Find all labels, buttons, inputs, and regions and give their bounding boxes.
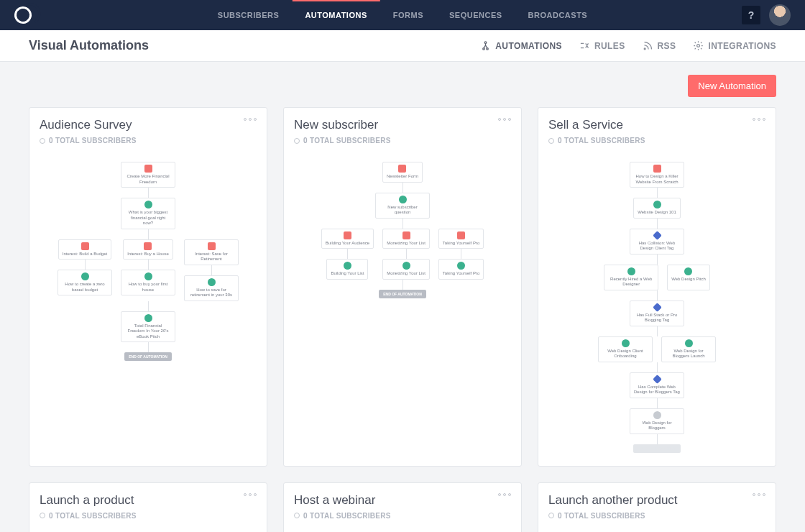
rules-icon bbox=[579, 40, 590, 51]
integrations-icon bbox=[693, 40, 704, 51]
svg-point-2 bbox=[487, 48, 489, 50]
rss-icon bbox=[643, 40, 653, 51]
card-title: Sell a Service bbox=[548, 118, 623, 132]
subnav: AUTOMATIONS RULES RSS INTEGRATIONS bbox=[480, 40, 776, 51]
svg-point-1 bbox=[483, 48, 485, 50]
card-subscribers: 0 TOTAL SUBSCRIBERS bbox=[294, 512, 511, 520]
card-preview: Newsletter Form New subscriber question … bbox=[294, 145, 511, 453]
help-button[interactable]: ? bbox=[742, 6, 760, 24]
action-bar: New Automation bbox=[0, 62, 805, 97]
subnav-label: RSS bbox=[658, 41, 676, 51]
subnav-label: RULES bbox=[594, 41, 625, 51]
automations-icon bbox=[480, 40, 491, 51]
page-title: Visual Automations bbox=[29, 38, 149, 53]
subnav-label: AUTOMATIONS bbox=[495, 41, 562, 51]
card-title: Host a webinar bbox=[294, 493, 375, 508]
avatar[interactable] bbox=[769, 4, 791, 26]
card-menu-icon[interactable] bbox=[244, 118, 257, 121]
svg-point-0 bbox=[485, 42, 487, 44]
card-subscribers: 0 TOTAL SUBSCRIBERS bbox=[40, 137, 257, 145]
nav-subscribers[interactable]: SUBSCRIBERS bbox=[205, 0, 293, 30]
automations-grid: Audience Survey 0 TOTAL SUBSCRIBERS Crea… bbox=[0, 97, 805, 532]
nav-right: ? bbox=[742, 4, 791, 26]
card-preview: How to Design a Killer Website From Scra… bbox=[548, 145, 765, 453]
new-automation-button[interactable]: New Automation bbox=[688, 75, 776, 97]
svg-point-4 bbox=[697, 45, 700, 47]
subnav-automations[interactable]: AUTOMATIONS bbox=[480, 40, 562, 51]
card-menu-icon[interactable] bbox=[498, 118, 511, 121]
card-menu-icon[interactable] bbox=[753, 493, 765, 496]
card-title: New subscriber bbox=[294, 118, 378, 132]
automation-card[interactable]: Host a webinar 0 TOTAL SUBSCRIBERS Webin… bbox=[283, 482, 522, 533]
card-menu-icon[interactable] bbox=[753, 118, 765, 121]
automation-card[interactable]: Audience Survey 0 TOTAL SUBSCRIBERS Crea… bbox=[29, 107, 267, 467]
card-menu-icon[interactable] bbox=[244, 493, 257, 496]
nav-automations[interactable]: AUTOMATIONS bbox=[292, 0, 380, 30]
automation-card[interactable]: Launch another product 0 TOTAL SUBSCRIBE… bbox=[538, 482, 776, 533]
subheader: Visual Automations AUTOMATIONS RULES RSS… bbox=[0, 30, 805, 62]
card-preview: Create More Financial Freedom What is yo… bbox=[40, 145, 257, 453]
card-preview: Interest: Appalachian Trail Webinar: How… bbox=[548, 520, 765, 533]
subnav-rss[interactable]: RSS bbox=[643, 40, 676, 51]
card-subscribers: 0 TOTAL SUBSCRIBERS bbox=[40, 512, 257, 520]
automation-card[interactable]: Sell a Service 0 TOTAL SUBSCRIBERS How t… bbox=[538, 107, 776, 467]
nav-sequences[interactable]: SEQUENCES bbox=[436, 0, 515, 30]
subnav-label: INTEGRATIONS bbox=[708, 41, 776, 51]
subnav-rules[interactable]: RULES bbox=[579, 40, 625, 51]
card-title: Launch a product bbox=[40, 493, 134, 508]
subnav-integrations[interactable]: INTEGRATIONS bbox=[693, 40, 776, 51]
logo-icon bbox=[12, 4, 35, 27]
nav-center: SUBSCRIBERS AUTOMATIONS FORMS SEQUENCES … bbox=[205, 0, 600, 30]
card-subscribers: 0 TOTAL SUBSCRIBERS bbox=[548, 137, 765, 145]
card-title: Launch another product bbox=[548, 493, 678, 508]
top-nav: SUBSCRIBERS AUTOMATIONS FORMS SEQUENCES … bbox=[0, 0, 805, 30]
nav-broadcasts[interactable]: BROADCASTS bbox=[515, 0, 601, 30]
automation-card[interactable]: Launch a product 0 TOTAL SUBSCRIBERS Int… bbox=[29, 482, 267, 533]
nav-forms[interactable]: FORMS bbox=[380, 0, 436, 30]
card-title: Audience Survey bbox=[40, 118, 132, 132]
card-preview: Interest: Appalachian Trail bbox=[40, 520, 257, 533]
card-subscribers: 0 TOTAL SUBSCRIBERS bbox=[294, 137, 511, 145]
svg-point-3 bbox=[644, 48, 645, 50]
card-menu-icon[interactable] bbox=[498, 493, 511, 496]
card-preview: Webinar: How to Bake Delightful Chocolat… bbox=[294, 520, 511, 533]
automation-card[interactable]: New subscriber 0 TOTAL SUBSCRIBERS Newsl… bbox=[283, 107, 522, 467]
card-subscribers: 0 TOTAL SUBSCRIBERS bbox=[548, 512, 765, 520]
